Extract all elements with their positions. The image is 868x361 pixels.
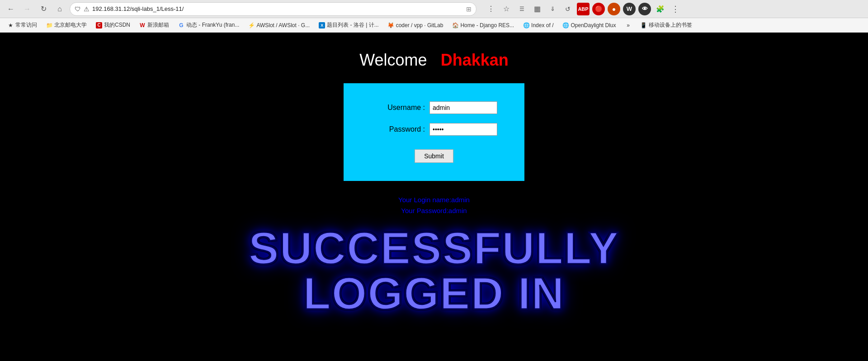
welcome-heading: Welcome Dhakkan bbox=[359, 51, 508, 70]
page-content: Welcome Dhakkan Username : Password : Su… bbox=[0, 33, 868, 358]
menu-button[interactable]: ⋮ bbox=[669, 3, 682, 15]
browser-titlebar: ← → ↻ ⌂ 🛡 ⚠ ⊞ ⋮ ☆ ☰ ▦ ⇓ ↺ ABP 🔴 ● W 👁 🧩 … bbox=[0, 0, 868, 18]
tab-icon[interactable]: ▦ bbox=[531, 3, 543, 15]
username-label: Username : bbox=[384, 104, 425, 112]
bookmark-gitlab[interactable]: 🦊 coder / vpp · GitLab bbox=[384, 21, 447, 30]
login-info: Your Login name:admin Your Password:admi… bbox=[398, 195, 470, 216]
sync-icon[interactable]: ↺ bbox=[561, 3, 574, 15]
bookmark-frankyu[interactable]: G 动态 - FrankYu (fran... bbox=[175, 20, 243, 30]
bookmark-button[interactable]: ☆ bbox=[500, 3, 513, 15]
login-password-display: Your Password:admin bbox=[398, 205, 470, 216]
username-input[interactable] bbox=[429, 101, 497, 114]
bookmark-django[interactable]: 🏠 Home - Django RES... bbox=[448, 21, 518, 30]
bookmark-awslot[interactable]: ⚡ AWSlot / AWSlot · G... bbox=[245, 21, 313, 30]
bookmark-sina[interactable]: W 新浪邮箱 bbox=[136, 20, 173, 30]
history-icon[interactable]: ☰ bbox=[515, 3, 528, 15]
adblock-icon[interactable]: ABP bbox=[577, 3, 590, 15]
bookmark-csdn[interactable]: C 我的CSDN bbox=[92, 20, 134, 30]
browser-actions: ⋮ ☆ ☰ ▦ ⇓ ↺ ABP 🔴 ● W 👁 🧩 ⋮ bbox=[485, 3, 682, 15]
bookmark-mobile-devices[interactable]: 📱 移动设备上的书签 bbox=[637, 20, 696, 30]
bookmark-index[interactable]: 🌐 Index of / bbox=[519, 21, 557, 30]
address-bar-container[interactable]: 🛡 ⚠ ⊞ bbox=[70, 2, 476, 16]
bookmarks-bar: ★ 常常访问 📁 北京邮电大学 C 我的CSDN W 新浪邮箱 G 动态 - F… bbox=[0, 18, 868, 33]
folder-icon: 📁 bbox=[46, 22, 52, 28]
home-button[interactable]: ⌂ bbox=[53, 3, 66, 15]
password-row: Password : bbox=[371, 123, 497, 136]
google-icon: G bbox=[178, 22, 184, 28]
username-row: Username : bbox=[371, 101, 497, 114]
bookmark-luogu[interactable]: X 题目列表 - 洛谷 | 计... bbox=[315, 20, 382, 30]
password-input[interactable] bbox=[429, 123, 497, 136]
mobile-icon: 📱 bbox=[641, 22, 647, 28]
success-line1: SUCCESSFULLY bbox=[249, 223, 619, 273]
address-input[interactable] bbox=[92, 5, 463, 12]
home-icon: 🏠 bbox=[452, 22, 458, 28]
bookmark-opendaylight[interactable]: 🌐 OpenDaylight Dlux bbox=[559, 21, 619, 30]
profile-icon-1[interactable]: 🔴 bbox=[592, 3, 605, 15]
download-icon[interactable]: ⇓ bbox=[546, 3, 559, 15]
login-box: Username : Password : Submit bbox=[344, 83, 524, 181]
gitlab-icon: 🦊 bbox=[388, 22, 394, 28]
success-line2: LOGGED IN bbox=[303, 268, 565, 318]
sina-icon: W bbox=[139, 22, 146, 28]
bookmark-bupt[interactable]: 📁 北京邮电大学 bbox=[42, 20, 90, 30]
globe-icon-1: 🌐 bbox=[523, 22, 529, 28]
extensions-button[interactable]: ⋮ bbox=[485, 3, 497, 15]
back-button[interactable]: ← bbox=[5, 3, 17, 15]
submit-button[interactable]: Submit bbox=[415, 149, 453, 163]
luogu-icon: X bbox=[319, 22, 325, 28]
extensions-puzzle-icon[interactable]: 🧩 bbox=[654, 3, 666, 15]
brand-text: Dhakkan bbox=[441, 51, 509, 69]
shield-icon: ⚠ bbox=[84, 5, 90, 13]
star-icon: ★ bbox=[7, 22, 14, 28]
profile-icon-4[interactable]: 👁 bbox=[638, 3, 651, 15]
more-bookmarks-icon: » bbox=[625, 22, 632, 28]
security-icon: 🛡 bbox=[75, 5, 81, 13]
password-label: Password : bbox=[384, 125, 425, 133]
awslot-icon: ⚡ bbox=[248, 22, 255, 28]
reload-button[interactable]: ↻ bbox=[37, 3, 50, 15]
forward-button[interactable]: → bbox=[21, 3, 33, 15]
welcome-text: Welcome bbox=[359, 51, 427, 69]
globe-icon-2: 🌐 bbox=[562, 22, 569, 28]
search-icon: ⊞ bbox=[466, 5, 472, 13]
profile-icon-2[interactable]: ● bbox=[608, 3, 620, 15]
bookmark-often-visited[interactable]: ★ 常常访问 bbox=[4, 20, 41, 30]
browser-chrome: ← → ↻ ⌂ 🛡 ⚠ ⊞ ⋮ ☆ ☰ ▦ ⇓ ↺ ABP 🔴 ● W 👁 🧩 … bbox=[0, 0, 868, 33]
bookmark-mobile[interactable]: » bbox=[622, 21, 635, 30]
success-message: SUCCESSFULLY LOGGED IN bbox=[249, 225, 619, 316]
csdn-icon: C bbox=[96, 22, 102, 28]
login-name-display: Your Login name:admin bbox=[398, 195, 470, 205]
profile-icon-3[interactable]: W bbox=[623, 3, 636, 15]
success-text-heading: SUCCESSFULLY LOGGED IN bbox=[249, 225, 619, 316]
